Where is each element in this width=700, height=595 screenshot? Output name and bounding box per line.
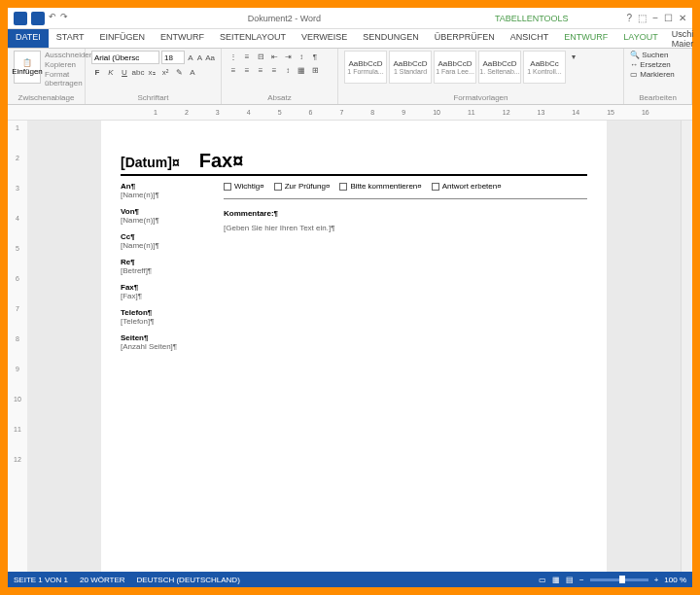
show-marks-icon[interactable]: ¶ bbox=[309, 51, 321, 62]
highlight-icon[interactable]: ✎ bbox=[173, 66, 185, 78]
font-name-input[interactable] bbox=[91, 51, 159, 64]
close-icon[interactable]: ✕ bbox=[679, 13, 686, 23]
user-name-label: Uschi Maier bbox=[672, 29, 699, 49]
style-item[interactable]: AaBbCcD1 Formula... bbox=[344, 51, 387, 84]
fax-header: [Datum]¤ Fax¤ bbox=[121, 150, 587, 176]
status-page[interactable]: SEITE 1 VON 1 bbox=[14, 576, 68, 584]
word-icon[interactable] bbox=[14, 12, 27, 25]
status-language[interactable]: DEUTSCH (DEUTSCHLAND) bbox=[137, 576, 240, 584]
horizontal-ruler[interactable]: 12345678910111213141516 bbox=[8, 105, 692, 121]
line-spacing-icon[interactable]: ↕ bbox=[282, 64, 294, 76]
redo-icon[interactable]: ↷ bbox=[60, 12, 68, 25]
paste-button[interactable]: 📋Einfügen bbox=[14, 51, 41, 84]
paste-label: Einfügen bbox=[12, 67, 43, 76]
zoom-level[interactable]: 100 % bbox=[664, 576, 686, 584]
tab-view[interactable]: ANSICHT bbox=[503, 29, 557, 48]
field-phone: Telefon¶[Telefon]¶ bbox=[121, 308, 208, 326]
document-title: Dokument2 - Word bbox=[74, 14, 495, 23]
font-size-input[interactable] bbox=[161, 51, 185, 64]
view-print-icon[interactable]: ▦ bbox=[552, 576, 560, 584]
ribbon-collapse-icon[interactable]: ⬚ bbox=[638, 13, 647, 23]
style-item[interactable]: AaBbCcD1 Fara Lee... bbox=[434, 51, 476, 84]
align-center-icon[interactable]: ≡ bbox=[241, 64, 253, 76]
status-words[interactable]: 20 WÖRTER bbox=[80, 576, 125, 584]
comments-label[interactable]: Kommentare:¶ bbox=[224, 209, 587, 218]
numbering-icon[interactable]: ≡ bbox=[241, 51, 253, 62]
select-button[interactable]: ▭ Markieren bbox=[630, 70, 685, 79]
subscript-icon[interactable]: x₂ bbox=[146, 66, 158, 78]
word-app: ↶ ↷ Dokument2 - Word TABELLENTOOLS ? ⬚ −… bbox=[8, 8, 692, 587]
italic-icon[interactable]: K bbox=[105, 66, 117, 78]
grow-font-icon[interactable]: A bbox=[187, 52, 194, 63]
zoom-out-icon[interactable]: − bbox=[579, 576, 584, 584]
tab-ctx-layout[interactable]: LAYOUT bbox=[615, 29, 665, 48]
find-button[interactable]: 🔍 Suchen bbox=[630, 51, 685, 59]
check-comment[interactable]: Bitte kommentieren¤ bbox=[339, 182, 421, 191]
check-review[interactable]: Zur Prüfung¤ bbox=[274, 182, 331, 191]
superscript-icon[interactable]: x² bbox=[159, 66, 171, 78]
zoom-slider[interactable] bbox=[590, 578, 648, 581]
bullets-icon[interactable]: ⋮ bbox=[228, 51, 239, 62]
align-right-icon[interactable]: ≡ bbox=[255, 64, 266, 76]
user-account[interactable]: Uschi Maier bbox=[666, 29, 700, 48]
maximize-icon[interactable]: ☐ bbox=[664, 13, 673, 23]
indent-dec-icon[interactable]: ⇤ bbox=[268, 51, 280, 62]
view-read-icon[interactable]: ▭ bbox=[539, 576, 546, 584]
zoom-in-icon[interactable]: + bbox=[654, 576, 659, 584]
ribbon-group-clipboard: 📋Einfügen Ausschneiden Kopieren Format ü… bbox=[8, 49, 86, 104]
style-item[interactable]: AaBbCcD1 Standard bbox=[389, 51, 432, 84]
align-left-icon[interactable]: ≡ bbox=[228, 64, 239, 76]
vertical-scrollbar[interactable] bbox=[681, 121, 692, 572]
fax-options: Wichtig¤ Zur Prüfung¤ Bitte kommentieren… bbox=[224, 182, 587, 199]
shrink-font-icon[interactable]: A bbox=[196, 52, 204, 63]
tab-review[interactable]: ÜBERPRÜFEN bbox=[427, 29, 503, 48]
undo-icon[interactable]: ↶ bbox=[49, 12, 56, 25]
fax-title[interactable]: Fax¤ bbox=[199, 150, 244, 172]
borders-icon[interactable]: ⊞ bbox=[309, 64, 321, 76]
style-item[interactable]: AaBbCc1 Kontroll... bbox=[523, 51, 566, 84]
ribbon-tabs: DATEI START EINFÜGEN ENTWURF SEITENLAYOU… bbox=[8, 29, 692, 49]
status-bar: SEITE 1 VON 1 20 WÖRTER DEUTSCH (DEUTSCH… bbox=[8, 572, 692, 587]
tab-design[interactable]: ENTWURF bbox=[153, 29, 212, 48]
comments-text[interactable]: [Geben Sie hier Ihren Text ein.]¶ bbox=[224, 224, 587, 232]
help-icon[interactable]: ? bbox=[627, 13, 633, 23]
replace-button[interactable]: ↔ Ersetzen bbox=[630, 60, 685, 69]
ribbon-group-font: A A Aa F K U abc x₂ x² ✎ A Schriftart bbox=[86, 49, 222, 104]
view-web-icon[interactable]: ▤ bbox=[566, 576, 574, 584]
tab-file[interactable]: DATEI bbox=[8, 29, 49, 48]
title-bar: ↶ ↷ Dokument2 - Word TABELLENTOOLS ? ⬚ −… bbox=[8, 8, 692, 29]
tab-insert[interactable]: EINFÜGEN bbox=[92, 29, 154, 48]
sort-icon[interactable]: ↕ bbox=[296, 51, 307, 62]
indent-inc-icon[interactable]: ⇥ bbox=[282, 51, 294, 62]
vertical-ruler[interactable]: 123456789101112 bbox=[8, 121, 27, 572]
multilevel-icon[interactable]: ⊟ bbox=[255, 51, 266, 62]
style-item[interactable]: AaBbCcD1. Seitenab... bbox=[478, 51, 521, 84]
font-color-icon[interactable]: A bbox=[187, 66, 198, 78]
shading-icon[interactable]: ▦ bbox=[296, 64, 307, 76]
tab-mailings[interactable]: SENDUNGEN bbox=[355, 29, 427, 48]
strike-icon[interactable]: abc bbox=[132, 66, 144, 78]
check-urgent[interactable]: Wichtig¤ bbox=[224, 182, 264, 191]
tab-pagelayout[interactable]: SEITENLAYOUT bbox=[212, 29, 294, 48]
field-pages: Seiten¶[Anzahl Seiten]¶ bbox=[121, 333, 208, 351]
styles-more-icon[interactable]: ▾ bbox=[568, 51, 579, 62]
change-case-icon[interactable]: Aa bbox=[205, 52, 215, 63]
save-icon[interactable] bbox=[31, 12, 45, 25]
tab-ctx-design[interactable]: ENTWURF bbox=[556, 29, 615, 48]
quick-access-toolbar: ↶ ↷ bbox=[8, 12, 74, 25]
justify-icon[interactable]: ≡ bbox=[268, 64, 280, 76]
minimize-icon[interactable]: − bbox=[652, 13, 658, 23]
tab-start[interactable]: START bbox=[49, 29, 92, 48]
field-to: An¶[Name(n)]¶ bbox=[121, 182, 208, 199]
field-cc: Cc¶[Name(n)]¶ bbox=[121, 232, 208, 250]
ribbon: 📋Einfügen Ausschneiden Kopieren Format ü… bbox=[8, 49, 692, 105]
date-placeholder[interactable]: [Datum]¤ bbox=[121, 155, 180, 170]
underline-icon[interactable]: U bbox=[119, 66, 130, 78]
group-label: Bearbeiten bbox=[630, 93, 685, 102]
tab-references[interactable]: VERWEISE bbox=[294, 29, 355, 48]
group-label: Zwischenablage bbox=[14, 93, 79, 102]
document-page[interactable]: [Datum]¤ Fax¤ An¶[Name(n)]¶ Von¶[Name(n)… bbox=[101, 121, 607, 572]
contextual-tab-label: TABELLENTOOLS bbox=[495, 14, 569, 23]
check-reply[interactable]: Antwort erbeten¤ bbox=[432, 182, 502, 191]
bold-icon[interactable]: F bbox=[91, 66, 103, 78]
